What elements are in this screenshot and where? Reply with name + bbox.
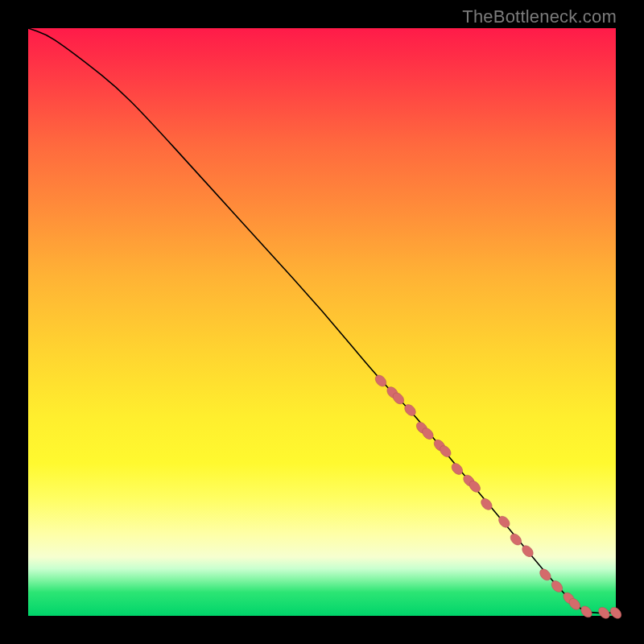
scatter-dot	[538, 567, 553, 582]
chart-frame: TheBottleneck.com	[0, 0, 644, 644]
scatter-dot	[449, 461, 464, 477]
scatter-dot	[579, 604, 594, 619]
curve-line	[28, 28, 616, 613]
scatter-dot	[479, 497, 494, 512]
watermark-text: TheBottleneck.com	[462, 6, 617, 27]
scatter-dot	[508, 531, 523, 547]
chart-overlay	[28, 28, 616, 616]
scatter-dots	[374, 373, 624, 621]
